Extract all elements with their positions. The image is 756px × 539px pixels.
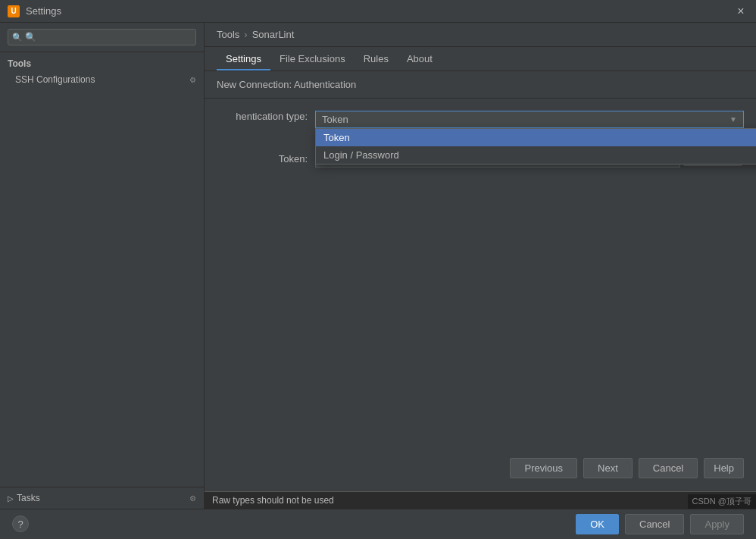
auth-type-row: hentication type: Token ▼ Token Login / … [217,111,744,122]
new-connection-title: New Connection: Authentication [217,79,356,90]
raw-types-notice: Raw types should not be used [205,491,756,509]
auth-dropdown-container: Token ▼ Token Login / Password [315,111,744,128]
breadcrumb-separator: › [244,29,247,40]
close-button[interactable]: × [733,4,748,19]
tab-about[interactable]: About [398,47,442,71]
tasks-arrow-icon: ▷ [8,494,14,503]
cancel-bottom-button[interactable]: Cancel [625,514,684,534]
bottom-bar: ? OK Cancel Apply [0,509,756,539]
main-layout: 🔍 Tools SSH Configurations ⚙ ▷ Tasks ⚙ W… [0,23,756,539]
help-button[interactable]: ? [12,515,29,532]
raw-types-text: Raw types should not be used [212,495,334,506]
tab-settings[interactable]: Settings [217,47,270,71]
apply-button[interactable]: Apply [690,514,744,534]
search-icon: 🔍 [12,33,23,42]
navigation-buttons: Previous Next Cancel Help [510,458,744,478]
ssh-configurations-label: SSH Configurations [15,74,95,85]
tab-file-exclusions[interactable]: File Exclusions [270,47,355,71]
breadcrumb-current: SonarLint [252,29,295,40]
help-nav-button[interactable]: Help [704,458,744,478]
sidebar-item-ssh-configurations[interactable]: SSH Configurations ⚙ [0,72,204,87]
tasks-label: Tasks [17,493,40,503]
next-button[interactable]: Next [583,458,633,478]
app-logo: U [8,5,20,17]
content-header: Tools › SonarLint [205,23,756,47]
search-input[interactable] [8,29,196,45]
sidebar-tools-label: Tools [0,52,204,72]
form-area: hentication type: Token ▼ Token Login / … [205,99,756,180]
dropdown-arrow-icon: ▼ [729,115,737,124]
ok-button[interactable]: OK [576,514,619,534]
auth-type-label: hentication type: [217,111,315,122]
dropdown-option-token[interactable]: Token [316,129,756,146]
auth-dropdown-field[interactable]: Token ▼ [315,111,744,128]
sidebar-item-tasks[interactable]: ▷ Tasks ⚙ [0,490,204,506]
new-connection-header: New Connection: Authentication [205,71,756,99]
window-title: Settings [26,5,61,17]
title-bar: U Settings × [0,0,756,23]
sidebar: 🔍 Tools SSH Configurations ⚙ ▷ Tasks ⚙ W… [0,23,205,539]
sidebar-content: SSH Configurations ⚙ [0,72,204,487]
breadcrumb: Tools › SonarLint [217,29,294,40]
auth-dropdown-list: Token Login / Password [315,128,756,165]
tabs-bar: Settings File Exclusions Rules About [205,47,756,71]
gear-icon: ⚙ [189,76,196,84]
cancel-button[interactable]: Cancel [639,458,698,478]
tab-rules[interactable]: Rules [355,47,398,71]
tasks-gear-icon: ⚙ [189,494,196,503]
watermark: CSDN @顶子哥 [688,494,756,509]
sidebar-search-area: 🔍 [0,23,204,52]
previous-button[interactable]: Previous [510,458,577,478]
auth-dropdown-value: Token [322,114,348,125]
breadcrumb-parent: Tools [217,29,239,40]
content-area: Tools › SonarLint Settings File Exclusio… [205,23,756,539]
dropdown-option-login-password[interactable]: Login / Password [316,146,756,164]
token-label: Token: [217,153,315,165]
